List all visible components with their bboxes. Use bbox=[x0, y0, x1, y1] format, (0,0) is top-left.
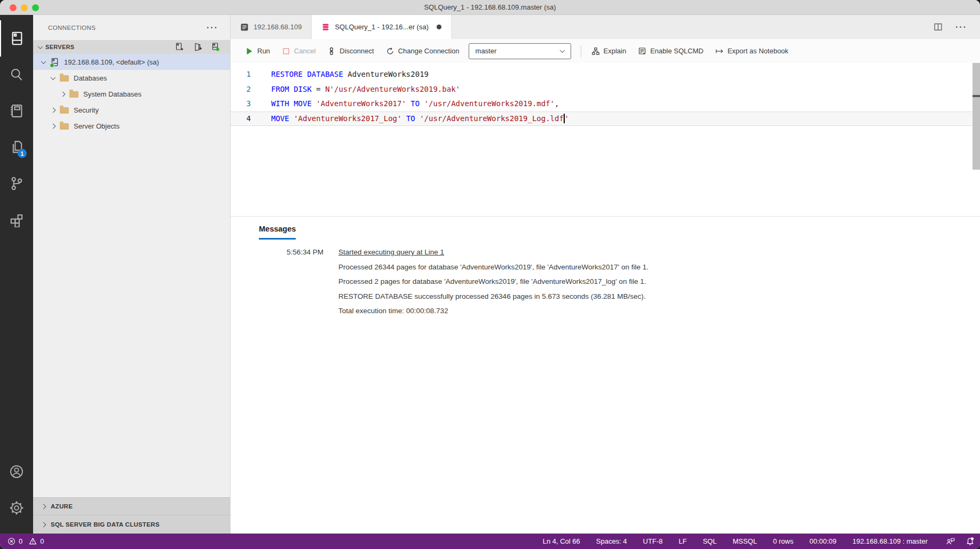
message-text: Processed 26344 pages for database 'Adve… bbox=[338, 260, 649, 275]
tree-item-security[interactable]: Security bbox=[33, 102, 230, 118]
editor-more-actions-icon[interactable] bbox=[955, 22, 967, 32]
tree-item-system-databases[interactable]: System Databases bbox=[33, 86, 230, 102]
tab-server-dashboard[interactable]: 192.168.68.109 bbox=[231, 15, 312, 39]
tab-label: SQLQuery_1 - 192.16...er (sa) bbox=[335, 23, 429, 31]
close-window-button[interactable] bbox=[10, 4, 17, 11]
line-number: 3 bbox=[231, 97, 251, 112]
database-dropdown-value: master bbox=[476, 47, 497, 55]
servers-section-header[interactable]: SERVERS bbox=[33, 40, 230, 54]
account-button[interactable] bbox=[0, 453, 33, 490]
extensions-activity-button[interactable] bbox=[0, 202, 33, 238]
sqlcmd-icon bbox=[638, 47, 646, 55]
tab-sqlquery[interactable]: SQLQuery_1 - 192.16...er (sa) bbox=[312, 15, 452, 39]
messages-tab[interactable]: Messages bbox=[259, 225, 296, 240]
chevron-right-icon bbox=[60, 91, 66, 97]
zoom-window-button[interactable] bbox=[32, 4, 39, 11]
chevron-right-icon bbox=[51, 123, 56, 129]
explain-icon bbox=[591, 47, 600, 55]
gear-icon bbox=[9, 500, 24, 515]
notifications-bell-icon[interactable] bbox=[966, 537, 975, 546]
new-server-group-icon[interactable] bbox=[193, 42, 202, 52]
notebooks-activity-button[interactable] bbox=[0, 93, 33, 129]
window-title: SQLQuery_1 - 192.168.68.109.master (sa) bbox=[424, 3, 556, 11]
export-as-notebook-button[interactable]: Export as Notebook bbox=[709, 43, 794, 59]
folder-icon bbox=[60, 75, 69, 82]
connection-status[interactable]: 192.168.68.109 : master bbox=[852, 537, 928, 545]
code-line-4-current: 4 MOVE 'AdventureWorks2017_Log' TO '/usr… bbox=[231, 112, 980, 126]
connections-sidebar: CONNECTIONS SERVERS bbox=[33, 15, 231, 534]
folder-icon bbox=[60, 123, 69, 130]
disconnect-button[interactable]: Disconnect bbox=[321, 43, 380, 59]
tree-item-server-objects[interactable]: Server Objects bbox=[33, 118, 230, 134]
search-activity-button[interactable] bbox=[0, 57, 33, 93]
split-editor-icon[interactable] bbox=[934, 22, 943, 31]
chevron-right-icon bbox=[41, 504, 46, 509]
tree-item-databases[interactable]: Databases bbox=[33, 70, 230, 86]
settings-button[interactable] bbox=[0, 490, 33, 526]
editor-tab-bar: 192.168.68.109 SQLQuery_1 - 192.16...er … bbox=[231, 15, 980, 39]
servers-tree: 192.168.68.109, <default> (sa) Databases… bbox=[33, 54, 230, 134]
tab-label: 192.168.68.109 bbox=[254, 23, 302, 31]
explain-button[interactable]: Explain bbox=[586, 43, 633, 59]
message-row: Total execution time: 00:00:08.732 bbox=[231, 304, 980, 319]
feedback-icon[interactable] bbox=[946, 537, 955, 546]
elapsed-time-status[interactable]: 00:00:09 bbox=[809, 537, 836, 545]
message-text: RESTORE DATABASE successfully processed … bbox=[338, 289, 646, 304]
traffic-lights bbox=[10, 4, 39, 11]
message-link[interactable]: Started executing query at Line 1 bbox=[338, 245, 444, 260]
eol-status[interactable]: LF bbox=[678, 537, 686, 545]
editor-scrollbar[interactable] bbox=[973, 63, 980, 170]
tree-item-label: System Databases bbox=[83, 90, 141, 98]
active-connections-icon[interactable] bbox=[211, 42, 220, 52]
message-row: RESTORE DATABASE successfully processed … bbox=[231, 289, 980, 304]
run-button[interactable]: Run bbox=[239, 43, 276, 59]
change-connection-label: Change Connection bbox=[398, 47, 460, 55]
language-status[interactable]: SQL bbox=[703, 537, 717, 545]
line-number: 1 bbox=[231, 67, 251, 82]
row-count-status[interactable]: 0 rows bbox=[773, 537, 793, 545]
explorer-activity-button[interactable]: 1 bbox=[0, 129, 33, 165]
code-line-2: 2 FROM DISK = N'/usr/AdventureWorks2019.… bbox=[231, 82, 980, 97]
minimize-window-button[interactable] bbox=[21, 4, 28, 11]
big-data-clusters-section-label: SQL SERVER BIG DATA CLUSTERS bbox=[51, 521, 160, 528]
source-control-activity-button[interactable] bbox=[0, 165, 33, 202]
account-icon bbox=[9, 464, 24, 479]
big-data-clusters-section-header[interactable]: SQL SERVER BIG DATA CLUSTERS bbox=[33, 515, 230, 534]
line-number: 4 bbox=[231, 112, 251, 126]
cancel-button[interactable]: Cancel bbox=[276, 43, 321, 59]
enable-sqlcmd-button[interactable]: Enable SQLCMD bbox=[632, 43, 709, 59]
encoding-status[interactable]: UTF-8 bbox=[643, 537, 663, 545]
message-text: Total execution time: 00:00:08.732 bbox=[338, 304, 448, 319]
cursor-position-status[interactable]: Ln 4, Col 66 bbox=[543, 537, 580, 545]
message-row: 5:56:34 PM Started executing query at Li… bbox=[231, 245, 980, 260]
enable-sqlcmd-label: Enable SQLCMD bbox=[650, 47, 704, 55]
run-label: Run bbox=[257, 47, 270, 55]
warning-count[interactable]: 0 bbox=[40, 537, 44, 545]
warnings-icon[interactable] bbox=[29, 537, 37, 545]
chevron-down-icon bbox=[41, 59, 46, 64]
sidebar-more-actions-icon[interactable] bbox=[207, 23, 218, 33]
database-dropdown[interactable]: master bbox=[469, 43, 571, 59]
tree-item-label: Databases bbox=[74, 74, 107, 82]
indentation-status[interactable]: Spaces: 4 bbox=[596, 537, 627, 545]
tree-item-server[interactable]: 192.168.68.109, <default> (sa) bbox=[33, 54, 230, 70]
sql-editor[interactable]: 1 RESTORE DATABASE AdventureWorks2019 2 … bbox=[231, 63, 980, 216]
code-line-3: 3 WITH MOVE 'AdventureWorks2017' TO '/us… bbox=[231, 97, 980, 112]
folder-icon bbox=[69, 91, 78, 98]
azure-section-header[interactable]: AZURE bbox=[33, 497, 230, 515]
new-connection-icon[interactable] bbox=[175, 42, 184, 52]
app-window: SQLQuery_1 - 192.168.68.109.master (sa) … bbox=[0, 0, 980, 549]
search-icon bbox=[9, 67, 24, 82]
extensions-icon bbox=[9, 212, 24, 227]
chevron-down-icon bbox=[51, 75, 56, 80]
unsaved-changes-dot[interactable] bbox=[437, 25, 441, 29]
export-arrow-icon bbox=[715, 47, 724, 55]
change-connection-button[interactable]: Change Connection bbox=[380, 43, 465, 59]
provider-status[interactable]: MSSQL bbox=[733, 537, 757, 545]
messages-panel: Messages 5:56:34 PM Started executing qu… bbox=[231, 216, 980, 534]
chevron-down-icon bbox=[38, 44, 43, 49]
error-count[interactable]: 0 bbox=[19, 537, 22, 545]
connections-activity-button[interactable] bbox=[0, 20, 33, 57]
database-icon bbox=[321, 23, 330, 31]
errors-icon[interactable] bbox=[7, 537, 15, 545]
